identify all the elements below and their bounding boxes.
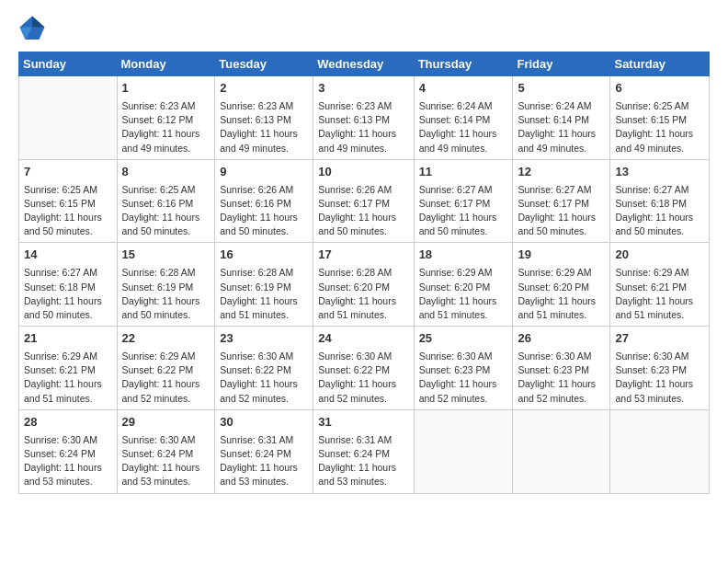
daylight-text: Daylight: 11 hours and 51 minutes. <box>615 295 693 320</box>
sunset-text: Sunset: 6:15 PM <box>24 198 96 209</box>
sunset-text: Sunset: 6:15 PM <box>615 114 687 125</box>
sunset-text: Sunset: 6:21 PM <box>24 364 96 375</box>
calendar-cell: 14Sunrise: 6:27 AMSunset: 6:18 PMDayligh… <box>19 243 118 327</box>
sunrise-text: Sunrise: 6:29 AM <box>518 267 591 278</box>
daylight-text: Daylight: 11 hours and 51 minutes. <box>24 378 102 403</box>
weekday-header: Saturday <box>610 52 710 76</box>
day-number: 23 <box>220 330 308 348</box>
day-number: 5 <box>518 80 605 98</box>
sunrise-text: Sunrise: 6:23 AM <box>318 100 392 111</box>
sunrise-text: Sunrise: 6:30 AM <box>518 350 591 362</box>
sunrise-text: Sunrise: 6:30 AM <box>419 350 493 362</box>
sunrise-text: Sunrise: 6:30 AM <box>220 350 293 362</box>
day-number: 8 <box>122 164 210 181</box>
weekday-header: Monday <box>117 52 215 76</box>
daylight-text: Daylight: 11 hours and 53 minutes. <box>318 462 396 487</box>
sunset-text: Sunset: 6:18 PM <box>24 282 96 293</box>
calendar-cell: 19Sunrise: 6:29 AMSunset: 6:20 PMDayligh… <box>513 243 610 327</box>
day-number: 13 <box>615 164 704 181</box>
calendar-header-row: SundayMondayTuesdayWednesdayThursdayFrid… <box>19 52 710 76</box>
sunrise-text: Sunrise: 6:30 AM <box>24 434 97 445</box>
daylight-text: Daylight: 11 hours and 50 minutes. <box>518 212 596 236</box>
weekday-header: Tuesday <box>215 52 313 76</box>
daylight-text: Daylight: 11 hours and 51 minutes. <box>220 295 298 320</box>
day-number: 12 <box>518 164 605 181</box>
sunrise-text: Sunrise: 6:29 AM <box>122 350 196 362</box>
day-number: 1 <box>122 80 210 98</box>
calendar-cell: 12Sunrise: 6:27 AMSunset: 6:17 PMDayligh… <box>513 159 610 243</box>
day-number: 20 <box>615 247 704 264</box>
daylight-text: Daylight: 11 hours and 52 minutes. <box>518 378 596 403</box>
sunset-text: Sunset: 6:17 PM <box>318 198 390 209</box>
calendar-cell: 2Sunrise: 6:23 AMSunset: 6:13 PMDaylight… <box>215 76 313 160</box>
svg-marker-1 <box>32 17 45 28</box>
calendar-cell <box>610 409 710 493</box>
calendar-cell: 31Sunrise: 6:31 AMSunset: 6:24 PMDayligh… <box>313 409 414 493</box>
sunset-text: Sunset: 6:17 PM <box>518 198 589 209</box>
weekday-header: Wednesday <box>313 52 414 76</box>
sunrise-text: Sunrise: 6:29 AM <box>24 350 97 362</box>
logo <box>18 15 50 42</box>
sunset-text: Sunset: 6:16 PM <box>122 198 194 209</box>
daylight-text: Daylight: 11 hours and 50 minutes. <box>24 212 102 236</box>
sunrise-text: Sunrise: 6:29 AM <box>615 267 688 278</box>
sunset-text: Sunset: 6:23 PM <box>615 364 687 375</box>
calendar-cell: 21Sunrise: 6:29 AMSunset: 6:21 PMDayligh… <box>19 327 118 410</box>
sunrise-text: Sunrise: 6:25 AM <box>122 184 196 195</box>
calendar-cell: 10Sunrise: 6:26 AMSunset: 6:17 PMDayligh… <box>313 159 414 243</box>
sunset-text: Sunset: 6:20 PM <box>318 282 390 293</box>
sunset-text: Sunset: 6:24 PM <box>318 448 390 459</box>
day-number: 29 <box>122 414 210 431</box>
calendar-cell: 30Sunrise: 6:31 AMSunset: 6:24 PMDayligh… <box>215 409 313 493</box>
sunset-text: Sunset: 6:22 PM <box>318 364 390 375</box>
sunset-text: Sunset: 6:24 PM <box>220 448 291 459</box>
day-number: 3 <box>318 80 408 98</box>
sunset-text: Sunset: 6:12 PM <box>122 114 194 125</box>
daylight-text: Daylight: 11 hours and 49 minutes. <box>122 128 200 153</box>
sunrise-text: Sunrise: 6:30 AM <box>615 350 688 362</box>
sunset-text: Sunset: 6:21 PM <box>615 282 687 293</box>
calendar-cell: 26Sunrise: 6:30 AMSunset: 6:23 PMDayligh… <box>513 327 610 410</box>
calendar-week-row: 21Sunrise: 6:29 AMSunset: 6:21 PMDayligh… <box>19 327 710 410</box>
day-number: 26 <box>518 330 605 348</box>
daylight-text: Daylight: 11 hours and 50 minutes. <box>122 295 200 320</box>
calendar-week-row: 7Sunrise: 6:25 AMSunset: 6:15 PMDaylight… <box>19 159 710 243</box>
calendar-cell <box>19 76 118 160</box>
daylight-text: Daylight: 11 hours and 52 minutes. <box>122 378 200 403</box>
day-number: 18 <box>419 247 508 264</box>
daylight-text: Daylight: 11 hours and 49 minutes. <box>615 128 693 153</box>
daylight-text: Daylight: 11 hours and 50 minutes. <box>318 212 396 236</box>
calendar-week-row: 1Sunrise: 6:23 AMSunset: 6:12 PMDaylight… <box>19 76 710 160</box>
daylight-text: Daylight: 11 hours and 51 minutes. <box>518 295 596 320</box>
sunrise-text: Sunrise: 6:27 AM <box>615 184 688 195</box>
day-number: 6 <box>615 80 704 98</box>
day-number: 15 <box>122 247 210 264</box>
sunrise-text: Sunrise: 6:23 AM <box>122 100 196 111</box>
sunrise-text: Sunrise: 6:25 AM <box>24 184 97 195</box>
daylight-text: Daylight: 11 hours and 49 minutes. <box>220 128 298 153</box>
calendar-cell: 7Sunrise: 6:25 AMSunset: 6:15 PMDaylight… <box>19 159 118 243</box>
calendar-cell: 16Sunrise: 6:28 AMSunset: 6:19 PMDayligh… <box>215 243 313 327</box>
daylight-text: Daylight: 11 hours and 53 minutes. <box>122 462 200 487</box>
day-number: 24 <box>318 330 408 348</box>
sunset-text: Sunset: 6:17 PM <box>419 198 491 209</box>
calendar-cell: 6Sunrise: 6:25 AMSunset: 6:15 PMDaylight… <box>610 76 710 160</box>
sunrise-text: Sunrise: 6:24 AM <box>518 100 591 111</box>
sunset-text: Sunset: 6:14 PM <box>518 114 589 125</box>
sunrise-text: Sunrise: 6:27 AM <box>419 184 493 195</box>
daylight-text: Daylight: 11 hours and 53 minutes. <box>615 378 693 403</box>
sunrise-text: Sunrise: 6:28 AM <box>122 267 196 278</box>
day-number: 11 <box>419 164 508 181</box>
page: SundayMondayTuesdayWednesdayThursdayFrid… <box>0 0 728 563</box>
sunset-text: Sunset: 6:22 PM <box>220 364 291 375</box>
sunset-text: Sunset: 6:20 PM <box>518 282 589 293</box>
calendar-cell: 23Sunrise: 6:30 AMSunset: 6:22 PMDayligh… <box>215 327 313 410</box>
sunset-text: Sunset: 6:24 PM <box>122 448 194 459</box>
calendar-cell: 13Sunrise: 6:27 AMSunset: 6:18 PMDayligh… <box>610 159 710 243</box>
logo-icon <box>18 15 46 42</box>
sunset-text: Sunset: 6:13 PM <box>318 114 390 125</box>
calendar-cell <box>414 409 513 493</box>
calendar-cell: 1Sunrise: 6:23 AMSunset: 6:12 PMDaylight… <box>117 76 215 160</box>
sunrise-text: Sunrise: 6:26 AM <box>318 184 392 195</box>
weekday-header: Friday <box>513 52 610 76</box>
